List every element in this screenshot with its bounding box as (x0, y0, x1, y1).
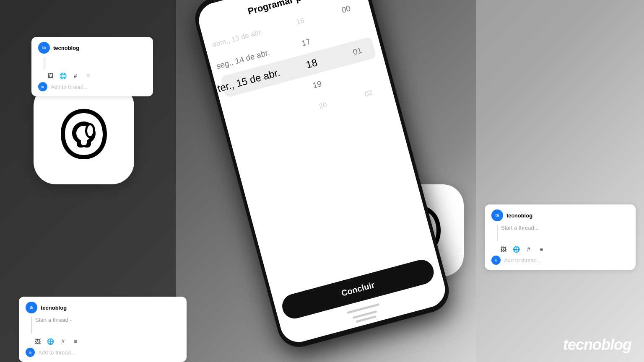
card-add-avatar-br: tb (491, 256, 501, 265)
card-start-thread-bottom-right: Start a thread... (501, 225, 539, 231)
picker-columns: dom., 13 de abr. seg., 14 de abr. ter., … (203, 0, 395, 142)
card-content-bottom-right: Start a thread... (491, 225, 629, 243)
card-toolbar-bottom-right: 🖼 🌐 # ≡ (500, 246, 629, 253)
thread-card-top-left: tb tecnoblog 🖼 🌐 # ≡ tb Add to thread... (31, 37, 153, 96)
avatar-letter-bottom-right: tb (496, 213, 499, 217)
thread-card-bottom-right: tb tecnoblog Start a thread... 🖼 🌐 # ≡ t… (485, 204, 636, 270)
card-avatar-top-left: tb (38, 42, 50, 54)
hashtag-icon-bl[interactable]: # (59, 338, 67, 345)
card-add-text-bottom-left: Add to thread... (38, 349, 75, 356)
card-toolbar-bottom-left: 🖼 🌐 # ≡ (34, 338, 180, 345)
card-start-thread-bottom-left: Start a thread - (35, 317, 72, 323)
card-header-bottom-right: tb tecnoblog (491, 209, 629, 221)
bg-blur-right (476, 0, 644, 362)
card-header-top-left: tb tecnoblog (38, 42, 146, 54)
list-icon-br[interactable]: ≡ (538, 246, 545, 253)
image-icon-br[interactable]: 🖼 (500, 246, 507, 253)
thread-card-bottom-left: tb tecnoblog Start a thread - 🖼 🌐 # ≡ tb… (19, 297, 187, 362)
gif-icon-bl[interactable]: 🌐 (47, 338, 54, 345)
card-add-to-thread-top-left: tb Add to thread... (38, 82, 146, 91)
card-add-to-thread-bottom-left: tb Add to thread... (26, 348, 180, 357)
card-add-to-thread-bottom-right: tb Add to thread... (491, 256, 629, 265)
threads-logo-svg-left (50, 101, 117, 168)
threads-icon-left-large (34, 84, 134, 184)
card-add-text-top-left: Add to thread... (51, 84, 88, 90)
gif-icon[interactable]: 🌐 (59, 72, 67, 80)
start-thread-text-bottom-left: Start a thread - (35, 317, 72, 323)
svg-point-1 (87, 125, 93, 136)
card-avatar-bottom-left: tb (26, 302, 37, 313)
card-content-bottom-left: Start a thread - (26, 317, 180, 335)
start-thread-text-bottom-right: Start a thread... (501, 225, 539, 231)
card-thread-line-top-left (44, 57, 44, 70)
hashtag-icon[interactable]: # (72, 72, 79, 80)
card-thread-line-bottom-left (31, 317, 32, 334)
image-icon[interactable]: 🖼 (47, 72, 54, 80)
gif-icon-br[interactable]: 🌐 (512, 246, 520, 253)
card-add-avatar-top-left: tb (38, 82, 47, 91)
hashtag-icon-br[interactable]: # (525, 246, 532, 253)
list-icon[interactable]: ≡ (84, 72, 92, 80)
list-icon-bl[interactable]: ≡ (72, 338, 79, 345)
card-username-bottom-right: tecnoblog (506, 212, 532, 219)
tecnoblog-watermark: tecnoblog (563, 336, 631, 354)
image-icon-bl[interactable]: 🖼 (34, 338, 42, 345)
card-header-bottom-left: tb tecnoblog (26, 302, 180, 313)
card-thread-line-bottom-right (497, 225, 498, 241)
card-toolbar-top-left: 🖼 🌐 # ≡ (47, 72, 146, 80)
card-avatar-bottom-right: tb (491, 209, 503, 221)
avatar-letter: tb (42, 46, 46, 50)
card-username-top-left: tecnoblog (53, 45, 79, 51)
card-username-bottom-left: tecnoblog (41, 305, 67, 311)
avatar-letter-bottom-left: tb (30, 305, 34, 310)
card-add-avatar-bottom-left: tb (26, 348, 35, 357)
card-add-text-bottom-right: Add to thread... (504, 257, 541, 264)
